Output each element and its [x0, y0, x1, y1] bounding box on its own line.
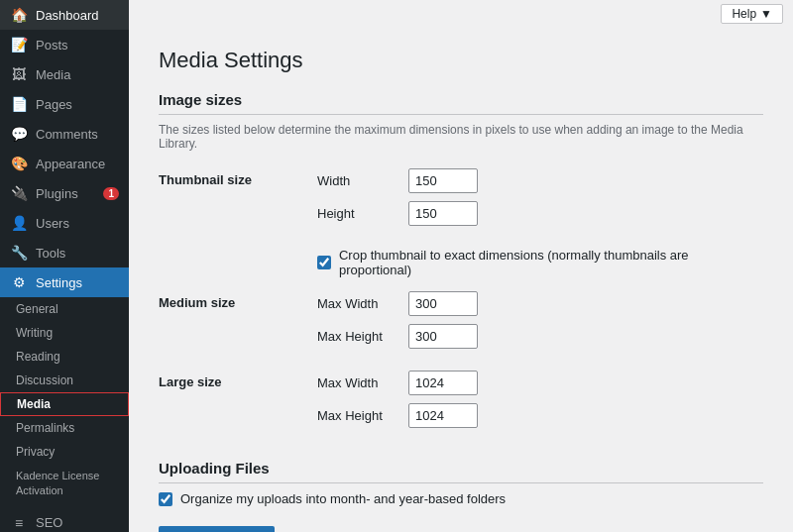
media-icon: 🖼 [10, 66, 28, 82]
sidebar-item-seo[interactable]: ≡ SEO [0, 508, 129, 532]
sidebar-item-label: Posts [36, 38, 119, 53]
medium-max-width-label: Max Width [317, 296, 396, 311]
chevron-down-icon: ▼ [760, 7, 772, 21]
topbar: Help ▼ [129, 0, 793, 28]
large-width-row: Max Width [317, 371, 763, 395]
settings-submenu: General Writing Reading Discussion Media… [0, 297, 129, 504]
posts-icon: 📝 [10, 37, 28, 53]
sidebar-item-dashboard[interactable]: 🏠 Dashboard [0, 0, 129, 30]
save-changes-button[interactable]: Save Changes [159, 526, 275, 532]
organize-label: Organize my uploads into month- and year… [180, 491, 506, 506]
sidebar-item-posts[interactable]: 📝 Posts [0, 30, 129, 59]
sidebar-item-users[interactable]: 👤 Users [0, 208, 129, 238]
uploading-heading: Uploading Files [159, 460, 763, 483]
thumbnail-height-label: Height [317, 206, 396, 221]
pages-icon: 📄 [10, 96, 28, 112]
medium-width-input[interactable] [408, 291, 478, 316]
crop-checkbox[interactable] [317, 256, 331, 269]
crop-label: Crop thumbnail to exact dimensions (norm… [339, 248, 763, 277]
thumbnail-width-row: Width [317, 168, 763, 193]
medium-height-row: Max Height [317, 324, 763, 349]
medium-fields: Max Width Max Height [317, 291, 763, 357]
sidebar-item-tools[interactable]: 🔧 Tools [0, 238, 129, 267]
settings-icon: ⚙ [10, 274, 28, 290]
submenu-reading[interactable]: Reading [0, 345, 129, 369]
medium-max-height-label: Max Height [317, 329, 396, 344]
medium-label: Medium size [159, 291, 317, 310]
appearance-icon: 🎨 [10, 156, 28, 171]
thumbnail-fields: Width Height [317, 168, 763, 234]
crop-checkbox-row: Crop thumbnail to exact dimensions (norm… [317, 248, 763, 277]
seo-icon: ≡ [10, 515, 28, 531]
sidebar-item-label: Plugins [36, 186, 95, 201]
large-label: Large size [159, 371, 317, 389]
sidebar-item-label: Dashboard [36, 8, 119, 23]
sidebar-item-label: Settings [36, 275, 119, 290]
medium-height-input[interactable] [408, 324, 478, 349]
sidebar-item-label: SEO [36, 515, 119, 530]
thumbnail-size-row: Thumbnail size Width Height [159, 168, 763, 234]
sidebar-item-label: Appearance [36, 157, 119, 171]
sidebar-item-label: Comments [36, 127, 119, 142]
uploading-section: Uploading Files Organize my uploads into… [159, 460, 763, 532]
image-sizes-section: Image sizes The sizes listed below deter… [159, 91, 763, 436]
main-content: Help ▼ Media Settings Image sizes The si… [129, 0, 793, 532]
submenu-discussion[interactable]: Discussion [0, 369, 129, 392]
image-sizes-description: The sizes listed below determine the max… [159, 123, 763, 151]
submenu-permalinks[interactable]: Permalinks [0, 416, 129, 440]
thumbnail-width-label: Width [317, 173, 396, 188]
organize-checkbox[interactable] [159, 492, 172, 506]
sidebar: 🏠 Dashboard 📝 Posts 🖼 Media 📄 Pages 💬 Co… [0, 0, 129, 532]
large-size-row: Large size Max Width Max Height [159, 371, 763, 436]
sidebar-item-media[interactable]: 🖼 Media [0, 59, 129, 89]
medium-width-row: Max Width [317, 291, 763, 316]
users-icon: 👤 [10, 215, 28, 231]
large-width-input[interactable] [408, 371, 478, 395]
sidebar-item-comments[interactable]: 💬 Comments [0, 119, 129, 149]
sidebar-item-appearance[interactable]: 🎨 Appearance [0, 149, 129, 178]
sidebar-item-label: Tools [36, 246, 119, 261]
sidebar-item-label: Pages [36, 97, 119, 112]
sidebar-item-plugins[interactable]: 🔌 Plugins 1 [0, 178, 129, 208]
dashboard-icon: 🏠 [10, 7, 28, 23]
sidebar-item-label: Users [36, 216, 119, 231]
organize-checkbox-row: Organize my uploads into month- and year… [159, 491, 763, 506]
thumbnail-width-input[interactable] [408, 168, 478, 193]
submenu-media[interactable]: Media [0, 392, 129, 416]
sidebar-item-pages[interactable]: 📄 Pages [0, 89, 129, 119]
thumbnail-label: Thumbnail size [159, 168, 317, 187]
thumbnail-height-input[interactable] [408, 201, 478, 226]
submenu-kadence[interactable]: Kadence License Activation [0, 464, 129, 504]
large-max-width-label: Max Width [317, 375, 396, 390]
sidebar-item-settings[interactable]: ⚙ Settings [0, 267, 129, 297]
large-max-height-label: Max Height [317, 408, 396, 423]
medium-size-row: Medium size Max Width Max Height [159, 291, 763, 357]
image-sizes-heading: Image sizes [159, 91, 763, 115]
help-label: Help [732, 7, 756, 21]
page-title: Media Settings [159, 48, 763, 73]
tools-icon: 🔧 [10, 245, 28, 261]
submenu-general[interactable]: General [0, 297, 129, 321]
large-height-row: Max Height [317, 403, 763, 428]
thumbnail-height-row: Height [317, 201, 763, 226]
submenu-privacy[interactable]: Privacy [0, 440, 129, 464]
plugins-icon: 🔌 [10, 185, 28, 201]
submenu-writing[interactable]: Writing [0, 321, 129, 345]
comments-icon: 💬 [10, 126, 28, 142]
plugins-badge: 1 [103, 187, 119, 200]
help-button[interactable]: Help ▼ [721, 4, 783, 24]
large-height-input[interactable] [408, 403, 478, 428]
sidebar-item-label: Media [36, 67, 119, 82]
content-area: Media Settings Image sizes The sizes lis… [129, 28, 793, 532]
large-fields: Max Width Max Height [317, 371, 763, 436]
